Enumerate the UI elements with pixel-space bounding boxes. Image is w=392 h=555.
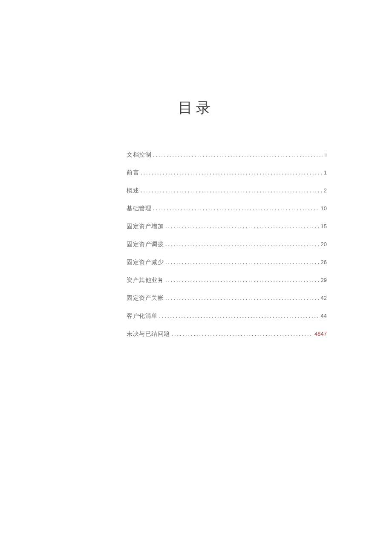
toc-entry-label: 固定资产关帐 (127, 295, 164, 301)
toc-entry-page: 1 (324, 170, 327, 175)
toc-entry-label: 文档控制 (127, 152, 151, 158)
toc-entry-page: 26 (321, 259, 327, 265)
toc-entry-label: 概述 (127, 188, 139, 194)
toc-entry: 基础管理 10 (127, 206, 327, 212)
toc-entry-page: 10 (321, 206, 327, 211)
toc-entry: 资产其他业务 29 (127, 277, 327, 283)
toc-entry-page: 44 (321, 313, 327, 319)
toc-entry-label: 客户化清单 (127, 313, 158, 319)
toc-leader-dots (165, 224, 319, 230)
toc-leader-dots (141, 188, 322, 194)
toc-leader-dots (153, 206, 319, 212)
toc-leader-dots (165, 241, 319, 247)
toc-entry-page: 2 (324, 188, 327, 193)
toc-entry: 客户化清单 44 (127, 313, 327, 319)
table-of-contents: 文档控制 ii 前言 1 概述 2 基础管理 10 固定资产增加 15 固定资产… (127, 152, 327, 349)
toc-entry: 固定资产调拨 20 (127, 241, 327, 247)
toc-leader-dots (153, 152, 323, 158)
toc-entry-page: 15 (321, 224, 327, 229)
toc-entry: 文档控制 ii (127, 152, 327, 158)
toc-entry-page: ii (324, 152, 327, 157)
toc-entry: 概述 2 (127, 188, 327, 194)
toc-leader-dots (159, 313, 319, 319)
toc-entry-page: 4847 (314, 331, 327, 337)
toc-entry-label: 固定资产调拨 (127, 241, 164, 247)
toc-entry-page: 42 (321, 295, 327, 301)
toc-entry-label: 未决与已结问题 (127, 331, 170, 337)
toc-entry: 前言 1 (127, 170, 327, 176)
toc-leader-dots (165, 277, 319, 283)
toc-entry-label: 基础管理 (127, 206, 151, 212)
toc-title: 目录 (0, 98, 392, 118)
toc-entry: 固定资产增加 15 (127, 224, 327, 230)
toc-entry-page: 29 (321, 277, 327, 283)
toc-entry-label: 资产其他业务 (127, 277, 164, 283)
toc-entry-label: 固定资产增加 (127, 224, 164, 230)
document-page: 目录 文档控制 ii 前言 1 概述 2 基础管理 10 固定资产增加 15 (0, 0, 392, 555)
toc-leader-dots (141, 170, 322, 176)
toc-entry: 未决与已结问题 4847 (127, 331, 327, 337)
toc-entry-page: 20 (321, 241, 327, 247)
toc-leader-dots (165, 295, 319, 301)
toc-entry: 固定资产减少 26 (127, 259, 327, 265)
toc-leader-dots (165, 259, 319, 265)
toc-entry: 固定资产关帐 42 (127, 295, 327, 301)
toc-entry-label: 前言 (127, 170, 139, 176)
toc-entry-label: 固定资产减少 (127, 259, 164, 265)
toc-leader-dots (172, 331, 313, 337)
